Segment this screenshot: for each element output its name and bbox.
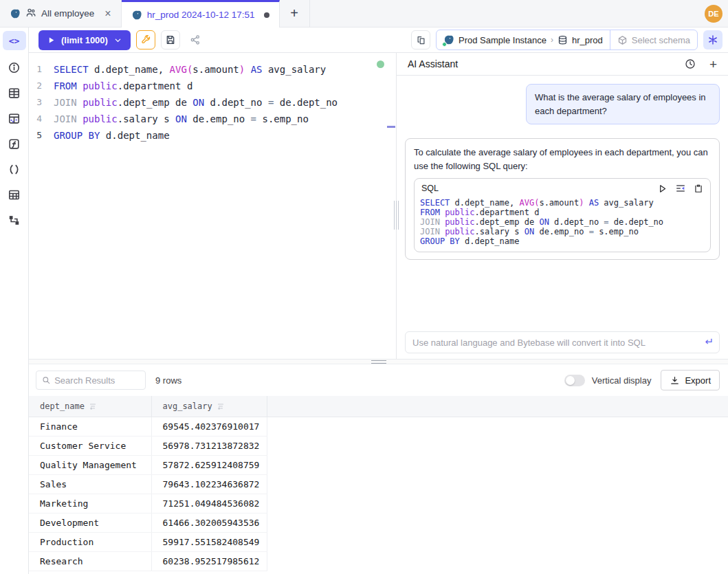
- instance-name: Prod Sample Instance: [459, 35, 547, 45]
- tab-hr-prod[interactable]: hr_prod 2024-10-12 17:51: [122, 0, 280, 27]
- new-tab-button[interactable]: +: [280, 0, 310, 27]
- ai-input-row: ↵: [405, 331, 720, 353]
- table-row[interactable]: Customer Service56978.731213872832: [29, 436, 728, 455]
- schema-selector[interactable]: Select schema: [610, 30, 697, 49]
- postgres-icon: [443, 34, 454, 45]
- editor-line[interactable]: 4JOIN public.salary s ON de.emp_no = s.e…: [29, 111, 396, 127]
- column-header-avg-salary[interactable]: avg_salary: [151, 396, 267, 417]
- table-row[interactable]: Marketing71251.049484536082: [29, 494, 728, 513]
- status-dot-green: [442, 42, 447, 47]
- run-label: (limit 1000): [61, 35, 108, 45]
- editor-line[interactable]: 3JOIN public.dept_emp de ON d.dept_no = …: [29, 94, 396, 111]
- workspace: 1SELECT d.dept_name, AVG(s.amount) AS av…: [29, 53, 728, 359]
- save-button[interactable]: [161, 30, 180, 49]
- er-diagram-icon[interactable]: [7, 111, 22, 126]
- download-icon: [670, 375, 680, 386]
- clock-icon: [685, 58, 696, 69]
- editor-line[interactable]: 5GROUP BY d.dept_name: [29, 127, 396, 144]
- postgres-icon: [131, 10, 142, 21]
- editor-code: 1SELECT d.dept_name, AVG(s.amount) AS av…: [29, 61, 396, 144]
- function-icon[interactable]: [7, 136, 22, 151]
- database-name: hr_prod: [572, 35, 603, 45]
- scroll-ruler-mark: [387, 126, 395, 128]
- editor-toolbar: (limit 1000): [29, 27, 728, 53]
- code-card-actions: [657, 183, 703, 194]
- postgres-icon: [10, 8, 21, 19]
- ai-chat-area: What is the average salary of employees …: [397, 76, 728, 331]
- search-icon: [42, 375, 50, 385]
- schema-table-icon[interactable]: [7, 85, 22, 100]
- sort-icon[interactable]: [217, 402, 225, 410]
- sheet-list-icon[interactable]: [7, 187, 22, 202]
- search-results-box: [36, 371, 146, 390]
- search-results-input[interactable]: [54, 375, 140, 386]
- vertical-resize-handle[interactable]: [394, 201, 395, 230]
- sql-editor[interactable]: 1SELECT d.dept_name, AVG(s.amount) AS av…: [29, 53, 397, 359]
- breadcrumb-separator: ›: [551, 35, 553, 45]
- ai-code-lines: SELECT d.dept_name, AVG(s.amount) AS avg…: [415, 196, 710, 252]
- table-row[interactable]: Production59917.551582408549: [29, 532, 728, 551]
- ai-prompt-input[interactable]: [405, 331, 720, 353]
- play-icon: [47, 36, 56, 45]
- tab-all-employee[interactable]: All employee ×: [0, 0, 122, 27]
- tab-bar: All employee × hr_prod 2024-10-12 17:51 …: [0, 0, 728, 27]
- column-header-dept-name[interactable]: dept_name: [29, 396, 151, 417]
- results-table: dept_name avg_salary Finance69545.40: [29, 396, 728, 574]
- vertical-display-toggle[interactable]: [564, 375, 585, 386]
- close-icon[interactable]: ×: [104, 8, 111, 19]
- app-body: <> (limit 1000): [0, 27, 728, 574]
- results-panel: 9 rows Vertical display Export: [29, 364, 728, 574]
- ai-code-line: GROUP BY d.dept_name: [420, 236, 705, 246]
- openai-icon: [707, 34, 718, 45]
- vertical-display-label: Vertical display: [592, 375, 652, 386]
- copy-code-button[interactable]: [694, 184, 703, 193]
- table-header-row: dept_name avg_salary: [29, 396, 728, 417]
- format-sheet-button[interactable]: [411, 30, 430, 49]
- user-message-bubble: What is the average salary of employees …: [526, 84, 720, 124]
- tab-group-icon: [25, 7, 36, 20]
- insert-icon: [675, 183, 686, 194]
- info-icon[interactable]: [7, 60, 22, 75]
- main-content: (limit 1000): [29, 27, 728, 574]
- run-code-button[interactable]: [657, 184, 668, 194]
- ai-assistant-panel: AI Assistant + What is the average salar…: [397, 53, 728, 359]
- history-button[interactable]: [685, 58, 696, 69]
- insert-into-editor-button[interactable]: [675, 183, 686, 194]
- export-button[interactable]: Export: [661, 370, 720, 390]
- schema-placeholder: Select schema: [632, 35, 690, 45]
- table-row[interactable]: Research60238.952517985612: [29, 551, 728, 571]
- results-toolbar: 9 rows Vertical display Export: [29, 364, 728, 396]
- ai-assistant-toggle-button[interactable]: [703, 30, 723, 49]
- user-avatar[interactable]: DE: [705, 5, 723, 23]
- sql-code-card: SQL SELECT d.dept_name, AVG(s.amount) AS…: [414, 178, 711, 252]
- table-row[interactable]: Development61466.302005943536: [29, 513, 728, 532]
- ai-assistant-header: AI Assistant +: [397, 53, 728, 76]
- table-row[interactable]: Finance69545.402376910017: [29, 417, 728, 436]
- column-label: avg_salary: [163, 401, 212, 411]
- instance-database-selector[interactable]: Prod Sample Instance › hr_prod: [437, 30, 610, 49]
- share-button[interactable]: [186, 30, 205, 49]
- table-row[interactable]: Quality Management57872.625912408759: [29, 455, 728, 474]
- row-count-label: 9 rows: [155, 375, 181, 386]
- column-label: dept_name: [40, 401, 85, 411]
- wrench-icon: [140, 34, 151, 45]
- editor-line[interactable]: 2FROM public.department d: [29, 78, 396, 94]
- snippet-icon[interactable]: [7, 162, 22, 177]
- database-icon: [558, 35, 568, 45]
- editor-line[interactable]: 1SELECT d.dept_name, AVG(s.amount) AS av…: [29, 61, 396, 78]
- copy-icon: [694, 184, 703, 193]
- column-header-filler: [267, 396, 728, 417]
- assistant-message-bubble: To calculate the average salary of emplo…: [405, 138, 720, 260]
- run-query-button[interactable]: (limit 1000): [38, 30, 131, 50]
- sort-icon[interactable]: [89, 402, 97, 410]
- sheets-icon: [416, 35, 426, 45]
- horizontal-resize-handle[interactable]: [371, 360, 386, 364]
- lineage-icon[interactable]: [7, 212, 22, 228]
- code-panel-toggle[interactable]: <>: [3, 31, 26, 50]
- ai-code-line: JOIN public.dept_emp de ON d.dept_no = d…: [420, 217, 705, 227]
- assistant-answer-text: To calculate the average salary of emplo…: [414, 147, 708, 171]
- left-rail: <>: [0, 27, 29, 574]
- admin-mode-button[interactable]: [136, 30, 155, 49]
- new-chat-button[interactable]: +: [709, 58, 717, 71]
- table-row[interactable]: Sales79643.102234636872: [29, 474, 728, 494]
